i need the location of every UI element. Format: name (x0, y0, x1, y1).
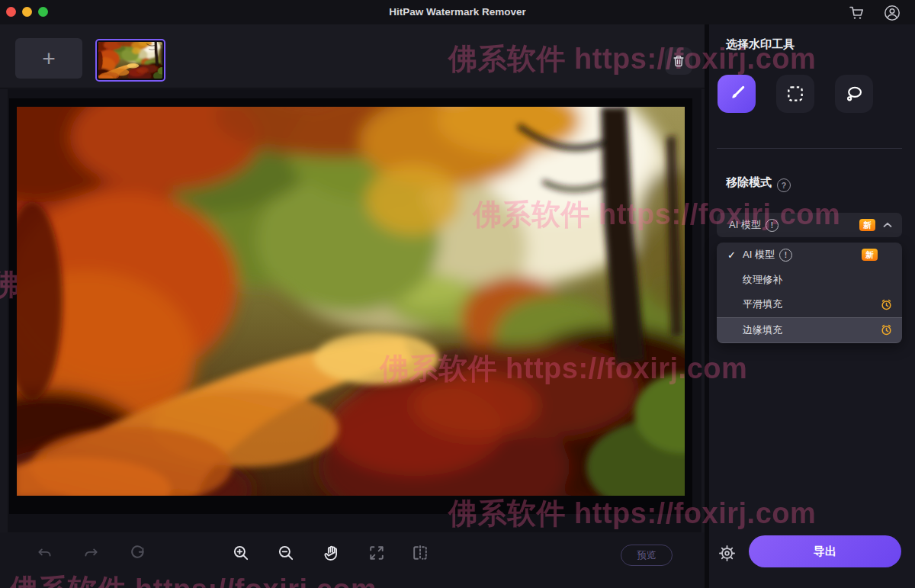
brush-icon (727, 84, 746, 104)
editing-image[interactable] (17, 107, 685, 496)
reset-button[interactable] (127, 543, 147, 563)
thumbnail-bar: + (0, 24, 709, 88)
mode-dropdown-header[interactable]: AI 模型 ! 新 (717, 213, 902, 237)
trash-icon (671, 53, 686, 69)
chevron-up-icon (882, 221, 893, 229)
preview-button[interactable]: 预览 (621, 545, 673, 566)
mode-title-text: 移除模式 (726, 175, 772, 188)
expand-icon (368, 544, 386, 562)
refresh-icon (129, 545, 146, 562)
title-bar: HitPaw Watermark Remover (0, 0, 915, 24)
mode-dropdown-menu: ✓ AI 模型 ! 新 纹理修补 平滑填充 边缘填充 (717, 243, 902, 342)
menu-item-label: 边缘填充 (743, 323, 782, 337)
zoom-out-icon (277, 544, 295, 562)
export-button-label: 导出 (814, 545, 836, 559)
pan-tool-button[interactable] (322, 543, 342, 563)
plus-icon: + (42, 46, 56, 72)
menu-item-smooth-fill[interactable]: 平滑填充 (717, 292, 902, 317)
preview-button-label: 预览 (637, 549, 657, 562)
export-button[interactable]: 导出 (749, 535, 901, 567)
account-button[interactable] (882, 3, 902, 23)
compare-icon (411, 544, 429, 562)
lasso-icon (844, 84, 864, 104)
info-icon: ! (766, 219, 779, 232)
lasso-tool-button[interactable] (835, 75, 873, 113)
marquee-icon (785, 84, 805, 104)
menu-item-texture-repair[interactable]: 纹理修补 (717, 268, 902, 293)
check-icon: ✓ (727, 249, 743, 261)
alarm-clock-icon (880, 323, 893, 336)
user-icon (883, 4, 901, 22)
fit-screen-button[interactable] (367, 543, 387, 563)
new-badge: 新 (859, 219, 875, 231)
tools-section-title: 选择水印工具 (726, 37, 795, 52)
hand-icon (323, 544, 341, 562)
cart-button[interactable] (846, 3, 866, 23)
menu-item-label: 纹理修补 (743, 273, 782, 287)
mode-section-title: 移除模式? (726, 175, 791, 192)
redo-button[interactable] (81, 543, 101, 563)
export-settings-button[interactable] (715, 541, 738, 564)
compare-button[interactable] (410, 543, 430, 563)
menu-item-label: 平滑填充 (743, 297, 782, 311)
image-thumbnail-selected[interactable] (95, 39, 165, 82)
gear-icon (718, 544, 737, 563)
section-divider (717, 148, 902, 149)
delete-image-button[interactable] (665, 47, 692, 75)
canvas-toolbar: 预览 (0, 532, 709, 588)
redo-icon (82, 545, 99, 561)
menu-item-ai-model[interactable]: ✓ AI 模型 ! 新 (717, 243, 902, 268)
brush-tool-button[interactable] (718, 75, 756, 113)
editor-canvas-panel (8, 89, 702, 532)
zoom-in-icon (232, 544, 250, 562)
alarm-clock-icon (880, 298, 893, 311)
new-badge: 新 (862, 249, 878, 261)
add-image-button[interactable]: + (15, 38, 82, 79)
help-icon[interactable]: ? (777, 178, 791, 192)
zoom-in-button[interactable] (231, 543, 251, 563)
menu-item-label: AI 模型 (743, 248, 775, 262)
undo-button[interactable] (35, 543, 55, 563)
thumbnail-image (98, 42, 162, 79)
sidebar: 选择水印工具 移除模式? AI 模型 ! 新 (709, 24, 915, 588)
cart-icon (847, 4, 865, 22)
zoom-out-button[interactable] (276, 543, 296, 563)
marquee-tool-button[interactable] (776, 75, 814, 113)
undo-icon (37, 545, 53, 561)
window-title: HitPaw Watermark Remover (0, 0, 915, 24)
mode-dropdown-label: AI 模型 (729, 218, 761, 232)
menu-item-edge-fill[interactable]: 边缘填充 (717, 317, 902, 344)
info-icon: ! (779, 249, 792, 262)
app-window: HitPaw Watermark Remover + (0, 0, 915, 588)
